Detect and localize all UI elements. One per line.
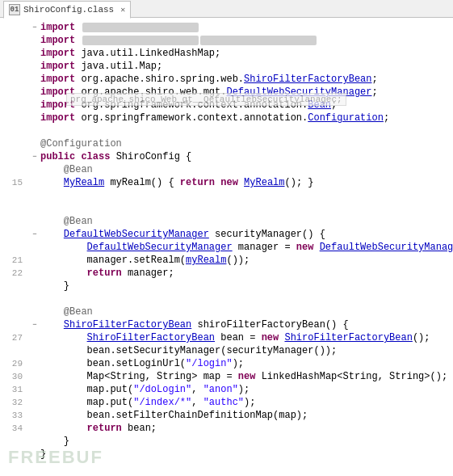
token-plain: myRealm() { — [104, 177, 180, 188]
token-kw: return — [180, 177, 215, 188]
code-line: 15 MyRealm myRealm() { return new MyReal… — [0, 176, 453, 189]
code-line: DefaultWebSecurityManager manager = new … — [0, 241, 453, 254]
token-kw: return — [87, 267, 122, 279]
autocomplete-popup: prg_apache_shico_Web_gt__QefaultlebSecur… — [66, 93, 346, 106]
token-plain: securityManager() { — [209, 229, 325, 240]
line-number: 34 — [0, 422, 29, 435]
token-plain: map = — [197, 371, 237, 382]
code-line: @Configuration — [0, 137, 453, 150]
token-plain — [75, 35, 81, 46]
fold-icon[interactable]: − — [29, 318, 40, 331]
token-plain: bean; — [122, 423, 157, 434]
line-number: 22 — [0, 267, 29, 280]
line-content: DefaultWebSecurityManager manager = new … — [40, 241, 453, 254]
token-cls: MyRealm — [64, 177, 104, 188]
code-line: 30 Map<String, String> map = new LinkedH… — [0, 370, 453, 383]
line-number: 15 — [0, 176, 29, 189]
token-kw: class — [81, 151, 110, 162]
token-plain: LinkedHashMap — [255, 371, 337, 382]
token-cls: DefaultWebSecurityManager — [87, 242, 233, 253]
code-line: } — [0, 448, 453, 461]
line-content: import org.apache.shiro.spring.web.Shiro… — [40, 73, 453, 86]
token-plain: } — [40, 449, 46, 460]
code-line: @Bean — [0, 305, 453, 318]
token-plain: ; — [372, 74, 378, 85]
token-plain: (); — [413, 332, 430, 343]
token-plain — [313, 242, 319, 253]
blurred-token — [82, 23, 199, 32]
code-line: 34 return bean; — [0, 422, 453, 435]
token-plain: , — [191, 384, 203, 395]
code-line: − ShiroFilterFactoryBean shiroFilterFact… — [0, 318, 453, 331]
code-line — [0, 202, 453, 215]
code-line — [0, 293, 453, 305]
line-content: map.put("/doLogin", "anon"); — [40, 383, 453, 396]
line-content: Map<String, String> map = new LinkedHash… — [40, 370, 453, 383]
line-content: import java.util.Map; — [40, 60, 453, 73]
token-string: "authc" — [203, 397, 244, 408]
editor-container: 01 ShiroConfig.class ✕ prg_apache_shico_… — [0, 0, 453, 476]
token-cls: ShiroFilterFactoryBean — [87, 332, 215, 343]
blurred-token — [200, 36, 317, 45]
token-plain: (); — [430, 371, 448, 382]
line-number: 27 — [0, 331, 29, 344]
tab-close-icon[interactable]: ✕ — [120, 5, 125, 15]
line-content: bean.setSecurityManager(securityManager(… — [40, 344, 453, 357]
code-line: − DefaultWebSecurityManager securityMana… — [0, 228, 453, 241]
token-cls: DefaultWebSecurityManager — [320, 242, 453, 253]
code-line: 21 manager.setRealm(myRealm()); — [0, 254, 453, 267]
line-content — [40, 293, 453, 305]
code-line: import — [0, 34, 453, 47]
line-content: import — [40, 34, 453, 47]
line-content: manager.setRealm(myRealm()); — [40, 254, 453, 267]
active-tab[interactable]: 01 ShiroConfig.class ✕ — [3, 1, 131, 19]
code-line: @Bean — [0, 215, 453, 228]
token-plain: java.util.LinkedHashMap; — [75, 48, 220, 59]
fold-icon[interactable]: − — [29, 21, 40, 34]
fold-icon[interactable]: − — [29, 228, 40, 241]
line-content: bean.setFilterChainDefinitionMap(map); — [40, 409, 453, 422]
line-content: } — [40, 448, 453, 461]
token-plain: java.util.Map; — [75, 61, 162, 72]
token-cls: myRealm — [186, 255, 226, 266]
token-cls: ShiroFilterFactoryBean — [244, 74, 371, 85]
token-kw: new — [238, 371, 256, 382]
token-imp: import — [40, 112, 75, 124]
token-plain: ); — [238, 384, 250, 395]
token-imp: import — [40, 35, 75, 46]
line-content: @Bean — [40, 215, 453, 228]
code-line: −import — [0, 21, 453, 34]
line-content: ShiroFilterFactoryBean bean = new ShiroF… — [40, 331, 453, 344]
token-string: "anon" — [203, 384, 238, 395]
code-line — [0, 124, 453, 137]
code-line: } — [0, 435, 453, 448]
token-kw: new — [296, 242, 314, 253]
line-content: import org.springframework.context.annot… — [40, 112, 453, 124]
fold-icon[interactable]: − — [29, 150, 40, 163]
line-number: 31 — [0, 383, 29, 396]
token-plain: manager. — [87, 255, 134, 266]
token-plain: manager; — [122, 267, 174, 279]
token-plain: Map — [87, 371, 105, 382]
line-content: @Bean — [40, 305, 453, 318]
token-imp: import — [40, 61, 75, 72]
token-plain: ; — [371, 86, 377, 98]
line-number: 33 — [0, 409, 29, 422]
line-content: @Bean — [40, 163, 453, 176]
line-content: MyRealm myRealm() { return new MyRealm()… — [40, 176, 453, 189]
line-content: return manager; — [40, 267, 453, 280]
token-plain: org.springframework.context.annotation. — [75, 112, 308, 124]
token-kw: new — [220, 177, 238, 188]
line-content: ShiroFilterFactoryBean shiroFilterFactor… — [40, 318, 453, 331]
token-plain: bean = — [215, 332, 262, 343]
code-line: @Bean — [0, 163, 453, 176]
token-cls: ShiroFilterFactoryBean — [64, 319, 191, 331]
tab-file-icon: 01 — [9, 4, 20, 15]
token-plain: } — [64, 280, 69, 292]
token-annotation: @Configuration — [40, 138, 122, 150]
token-imp: import — [40, 48, 75, 59]
code-line: 29 bean.setLoginUrl("/login"); — [0, 357, 453, 370]
line-content — [40, 124, 453, 137]
token-plain: ; — [384, 112, 389, 124]
tab-bar: 01 ShiroConfig.class ✕ — [0, 0, 453, 18]
